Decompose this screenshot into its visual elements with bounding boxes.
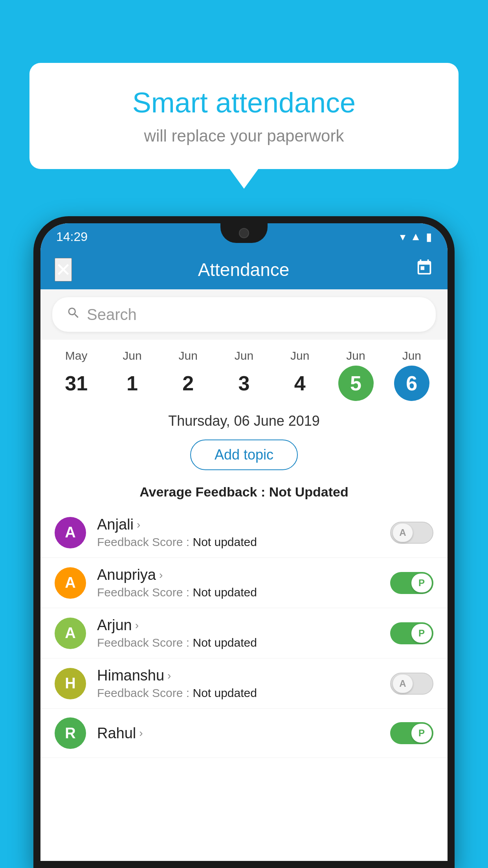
student-item-himanshu[interactable]: H Himanshu › Feedback Score : Not update… xyxy=(40,658,448,709)
cal-day-jun5[interactable]: Jun 5 xyxy=(332,349,380,401)
battery-icon: ▮ xyxy=(426,230,432,243)
chevron-icon: › xyxy=(137,519,140,531)
status-bar: 14:29 ▾ ▲ ▮ xyxy=(40,223,448,250)
feedback-score-arjun: Feedback Score : Not updated xyxy=(97,636,379,649)
cal-day-jun2[interactable]: Jun 2 xyxy=(165,349,212,401)
calendar-strip: May 31 Jun 1 Jun 2 Jun 3 Jun 4 Jun 5 xyxy=(40,340,448,405)
student-list: A Anjali › Feedback Score : Not updated … xyxy=(40,508,448,758)
student-name-rahul: Rahul › xyxy=(97,725,379,742)
cal-day-jun3[interactable]: Jun 3 xyxy=(220,349,268,401)
phone-screen: 14:29 ▾ ▲ ▮ ✕ Attendance xyxy=(40,223,448,861)
status-time: 14:29 xyxy=(56,230,88,244)
avatar-anupriya: A xyxy=(55,567,86,599)
app-bar: ✕ Attendance xyxy=(40,250,448,289)
chevron-icon: › xyxy=(167,669,171,682)
student-item-anjali[interactable]: A Anjali › Feedback Score : Not updated … xyxy=(40,508,448,558)
student-name-himanshu: Himanshu › xyxy=(97,667,379,684)
avatar-arjun: A xyxy=(55,618,86,649)
student-item-anupriya[interactable]: A Anupriya › Feedback Score : Not update… xyxy=(40,558,448,608)
calendar-icon[interactable] xyxy=(415,259,433,281)
toggle-rahul[interactable]: P xyxy=(390,722,433,744)
student-name-anupriya: Anupriya › xyxy=(97,566,379,583)
cal-day-jun1[interactable]: Jun 1 xyxy=(108,349,156,401)
phone-frame: 14:29 ▾ ▲ ▮ ✕ Attendance xyxy=(33,216,455,868)
speech-bubble-container: Smart attendance will replace your paper… xyxy=(29,63,459,169)
student-name-arjun: Arjun › xyxy=(97,617,379,634)
cal-day-jun4[interactable]: Jun 4 xyxy=(276,349,323,401)
feedback-score-himanshu: Feedback Score : Not updated xyxy=(97,686,379,700)
toggle-himanshu[interactable]: A xyxy=(390,673,433,695)
toggle-anupriya[interactable]: P xyxy=(390,572,433,594)
bubble-subtitle: will replace your paperwork xyxy=(57,127,431,145)
avatar-rahul: R xyxy=(55,717,86,749)
avg-feedback: Average Feedback : Not Updated xyxy=(40,480,448,508)
student-info-anupriya: Anupriya › Feedback Score : Not updated xyxy=(97,566,379,599)
student-info-himanshu: Himanshu › Feedback Score : Not updated xyxy=(97,667,379,700)
add-topic-button[interactable]: Add topic xyxy=(190,440,298,470)
selected-date-label: Thursday, 06 June 2019 xyxy=(40,405,448,433)
student-info-rahul: Rahul › xyxy=(97,725,379,742)
search-placeholder: Search xyxy=(87,306,137,324)
avatar-anjali: A xyxy=(55,517,86,548)
wifi-icon: ▾ xyxy=(400,230,405,243)
student-item-rahul[interactable]: R Rahul › P xyxy=(40,709,448,758)
cal-day-jun6[interactable]: Jun 6 xyxy=(388,349,435,401)
signal-icon: ▲ xyxy=(410,230,421,243)
student-item-arjun[interactable]: A Arjun › Feedback Score : Not updated P xyxy=(40,608,448,658)
speech-bubble: Smart attendance will replace your paper… xyxy=(29,63,459,169)
app-bar-title: Attendance xyxy=(198,259,290,280)
avatar-himanshu: H xyxy=(55,668,86,699)
search-input-container[interactable]: Search xyxy=(52,297,436,332)
search-icon xyxy=(66,306,81,324)
cal-day-may31[interactable]: May 31 xyxy=(53,349,100,401)
search-bar: Search xyxy=(40,289,448,340)
chevron-icon: › xyxy=(159,569,163,581)
chevron-icon: › xyxy=(135,619,139,632)
student-info-arjun: Arjun › Feedback Score : Not updated xyxy=(97,617,379,649)
feedback-score-anupriya: Feedback Score : Not updated xyxy=(97,586,379,599)
close-button[interactable]: ✕ xyxy=(55,258,72,281)
toggle-anjali[interactable]: A xyxy=(390,522,433,544)
chevron-icon: › xyxy=(139,727,143,739)
student-info-anjali: Anjali › Feedback Score : Not updated xyxy=(97,516,379,549)
camera xyxy=(239,228,249,238)
notch xyxy=(220,223,268,243)
student-name-anjali: Anjali › xyxy=(97,516,379,533)
toggle-arjun[interactable]: P xyxy=(390,622,433,644)
feedback-score-anjali: Feedback Score : Not updated xyxy=(97,535,379,549)
status-icons: ▾ ▲ ▮ xyxy=(400,230,432,243)
bubble-title: Smart attendance xyxy=(57,86,431,119)
